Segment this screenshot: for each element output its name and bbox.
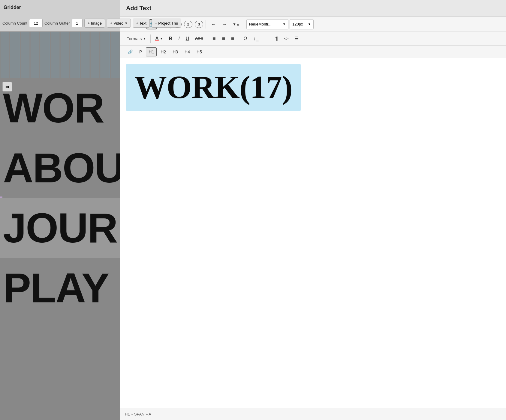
hr-icon: —: [265, 36, 270, 41]
unlink-icon: 🔗: [128, 50, 133, 54]
move-arrow-icon: ⇒: [5, 84, 9, 90]
dialog-header: Add Text: [120, 0, 506, 17]
toolbar-separator-5: [208, 34, 208, 43]
formats-dropdown-icon: ▼: [143, 37, 146, 40]
text-color-a-icon: A: [155, 36, 159, 41]
arrow-left-button[interactable]: ←: [208, 19, 218, 29]
font-name: NeueMontr...: [249, 22, 271, 26]
font-dropdown-icon: ▼: [283, 22, 286, 26]
arrow-left-icon: ←: [211, 22, 216, 27]
font-size-value: 120px: [292, 22, 303, 26]
app-header: Gridder: [0, 0, 120, 15]
column-gutter-label: Column Gutter: [44, 21, 70, 26]
add-video-button[interactable]: + Video ▼: [107, 19, 131, 28]
align-right-button[interactable]: ≡: [228, 34, 237, 44]
formats-button[interactable]: Formats ▼: [124, 34, 149, 44]
code-view-button[interactable]: <>: [281, 34, 291, 44]
add-text-dialog: Add Text ↩ ↪ 🔗 ✳ 1 2 3 ← →: [120, 0, 506, 420]
editor-inner: WORK(17): [120, 58, 506, 117]
canvas-journal-text: JOUR: [0, 205, 120, 251]
column-count-label: Column Count: [2, 21, 27, 26]
toolbar-separator-6: [239, 34, 239, 43]
canvas-play-block: PLAY: [0, 258, 120, 318]
show-blocks-button[interactable]: ¶: [273, 34, 281, 44]
badge-3[interactable]: 3: [195, 21, 203, 28]
move-icon[interactable]: ⇒: [2, 82, 12, 92]
h4-button[interactable]: H4: [182, 47, 193, 56]
paragraph-button[interactable]: P: [137, 47, 145, 56]
italic-button[interactable]: I: [176, 34, 182, 44]
add-project-button[interactable]: + Project Thu: [152, 19, 181, 28]
main-toolbar: Column Count Column Gutter + Image + Vid…: [0, 15, 120, 32]
editor-content-area[interactable]: WORK(17): [120, 58, 506, 408]
app-title: Gridder: [4, 5, 21, 10]
badge-2[interactable]: 2: [184, 21, 192, 28]
canvas-about-block: ABOU: [0, 138, 120, 198]
text-color-dropdown-icon: ▼: [160, 37, 163, 40]
breadcrumb-text: H1 » SPAN » A: [125, 412, 151, 416]
insert-icon: ↓⎯: [253, 36, 259, 41]
dialog-title: Add Text: [126, 5, 151, 12]
add-video-label: + Video: [110, 21, 123, 26]
h3-button[interactable]: H3: [170, 47, 181, 56]
size-dropdown-icon: ▼: [308, 22, 311, 26]
strikethrough-button[interactable]: ABC: [192, 34, 206, 44]
arrow-right-icon: →: [222, 22, 227, 27]
h1-button[interactable]: H1: [146, 47, 157, 56]
canvas-play-text: PLAY: [0, 265, 112, 311]
align-left-icon: ≡: [212, 35, 216, 42]
editor-main-text: WORK(17): [134, 70, 292, 105]
canvas-work-block: WOR: [0, 78, 120, 138]
toolbar-separator-2: [206, 20, 206, 28]
canvas-journal-block: JOUR: [0, 198, 120, 258]
bold-icon: B: [169, 36, 173, 41]
underline-icon: U: [186, 36, 189, 41]
sort-button[interactable]: ▼▲: [231, 19, 241, 29]
sort-icon: ▼▲: [233, 22, 240, 26]
left-panel: Gridder Column Count Column Gutter + Ima…: [0, 0, 120, 420]
toolbar-separator-3: [244, 20, 244, 28]
canvas-about-text: ABOU: [0, 145, 120, 191]
font-size-selector[interactable]: 120px ▼: [290, 19, 314, 29]
code-icon: <>: [284, 36, 288, 41]
pilcrow-icon: ¶: [276, 36, 278, 41]
align-center-button[interactable]: ≡: [219, 34, 228, 44]
align-center-icon: ≡: [222, 35, 225, 42]
arrow-right-button[interactable]: →: [220, 19, 230, 29]
canvas-area: ⇒ WOR ABOU JOUR PLAY: [0, 32, 120, 420]
omega-icon: Ω: [244, 36, 247, 41]
align-left-button[interactable]: ≡: [210, 34, 219, 44]
special-chars-button[interactable]: Ω: [241, 34, 250, 44]
column-count-input[interactable]: [29, 19, 43, 27]
canvas-work-text: WOR: [0, 85, 107, 131]
add-image-button[interactable]: + Image: [84, 19, 105, 28]
list-icon: ☰: [294, 36, 299, 41]
h5-button[interactable]: H5: [194, 47, 205, 56]
status-bar: H1 » SPAN » A: [120, 408, 506, 420]
unlink-button[interactable]: 🔗: [125, 47, 135, 57]
font-selector[interactable]: NeueMontr... ▼: [246, 19, 288, 29]
h2-button[interactable]: H2: [158, 47, 169, 56]
hr-button[interactable]: —: [262, 34, 272, 44]
text-highlight-block: WORK(17): [126, 64, 301, 111]
align-right-icon: ≡: [231, 35, 234, 42]
editor-toolbar-2: Formats ▼ A ▼ B I U ABC ≡: [120, 32, 506, 46]
list-button[interactable]: ☰: [292, 34, 301, 44]
add-text-button[interactable]: + Text: [133, 19, 150, 28]
heading-toolbar: 🔗 P H1 H2 H3 H4 H5: [120, 46, 506, 58]
video-dropdown-icon: ▼: [125, 22, 128, 25]
italic-icon: I: [178, 36, 179, 41]
column-gutter-input[interactable]: [72, 19, 83, 27]
insert-button[interactable]: ↓⎯: [251, 34, 261, 44]
bold-button[interactable]: B: [166, 34, 175, 44]
strikethrough-icon: ABC: [195, 36, 203, 41]
underline-button[interactable]: U: [183, 34, 192, 44]
formats-label: Formats: [126, 36, 142, 41]
toolbar-separator-4: [150, 34, 151, 43]
text-color-button[interactable]: A ▼: [152, 34, 165, 44]
breadcrumb: H1 » SPAN » A: [125, 412, 151, 416]
